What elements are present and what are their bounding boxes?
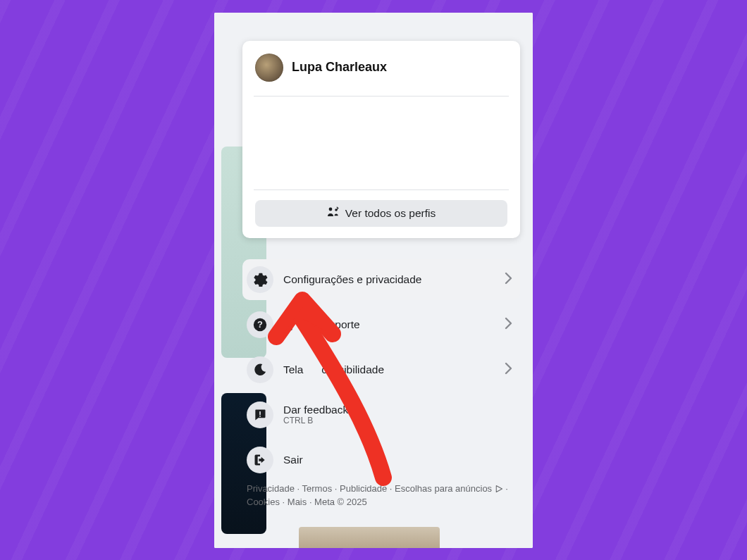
footer-meta-copyright: Meta © 2025 xyxy=(314,497,367,507)
profiles-spacer xyxy=(255,106,507,180)
feedback-icon xyxy=(247,402,273,428)
footer-link-privacy[interactable]: Privacidade xyxy=(247,483,295,494)
chevron-right-icon xyxy=(503,316,513,334)
menu-item-settings-privacy[interactable]: Configurações e privacidade xyxy=(242,259,520,300)
menu-item-logout[interactable]: Sair xyxy=(242,440,520,480)
chevron-right-icon xyxy=(503,361,513,379)
svg-rect-4 xyxy=(259,411,261,415)
logout-icon xyxy=(247,447,273,473)
footer-link-cookies[interactable]: Cookies xyxy=(247,497,280,507)
menu-label: Configurações e privacidade xyxy=(283,273,493,286)
menu-item-help-support[interactable]: ? Ajuda e suporte xyxy=(242,304,520,345)
footer-link-adchoices[interactable]: Escolhas para anúncios xyxy=(395,483,492,494)
footer-link-more[interactable]: Mais xyxy=(288,497,307,507)
view-all-profiles-button[interactable]: Ver todos os perfis xyxy=(255,200,507,227)
screenshot-frame: Lupa Charleaux Ver todos os perfis xyxy=(214,13,533,548)
footer-link-advertising[interactable]: Publicidade xyxy=(340,483,387,494)
footer-link-terms[interactable]: Termos xyxy=(302,483,333,494)
profile-row[interactable]: Lupa Charleaux xyxy=(255,54,507,86)
chevron-right-icon xyxy=(503,270,513,289)
view-all-profiles-label: Ver todos os perfis xyxy=(345,207,436,220)
svg-text:?: ? xyxy=(257,319,263,330)
keyboard-shortcut: CTRL B xyxy=(283,416,348,425)
gear-icon xyxy=(247,266,273,293)
profile-card: Lupa Charleaux Ver todos os perfis xyxy=(242,41,520,238)
profile-name: Lupa Charleaux xyxy=(292,60,387,75)
svg-rect-5 xyxy=(259,416,261,417)
people-switch-icon xyxy=(327,206,340,220)
account-menu-list: Configurações e privacidade ? Ajuda e su… xyxy=(242,259,520,485)
menu-label: Sair xyxy=(283,454,513,466)
divider xyxy=(254,189,509,190)
menu-label: Tela e acessibilidade xyxy=(283,363,493,376)
photo-strip xyxy=(299,527,440,548)
menu-label: Ajuda e suporte xyxy=(283,318,493,331)
adchoices-icon xyxy=(495,483,506,494)
menu-label: Dar feedback xyxy=(283,404,348,416)
avatar xyxy=(255,54,283,82)
footer-links: Privacidade Termos Publicidade Escolhas … xyxy=(247,482,514,509)
help-icon: ? xyxy=(247,311,273,338)
menu-item-give-feedback[interactable]: Dar feedback CTRL B xyxy=(242,394,520,435)
divider xyxy=(254,96,509,97)
moon-icon xyxy=(247,356,273,383)
facebook-account-menu: Lupa Charleaux Ver todos os perfis xyxy=(214,13,533,548)
menu-item-display-accessibility[interactable]: Tela e acessibilidade xyxy=(242,349,520,390)
svg-point-0 xyxy=(328,207,332,211)
